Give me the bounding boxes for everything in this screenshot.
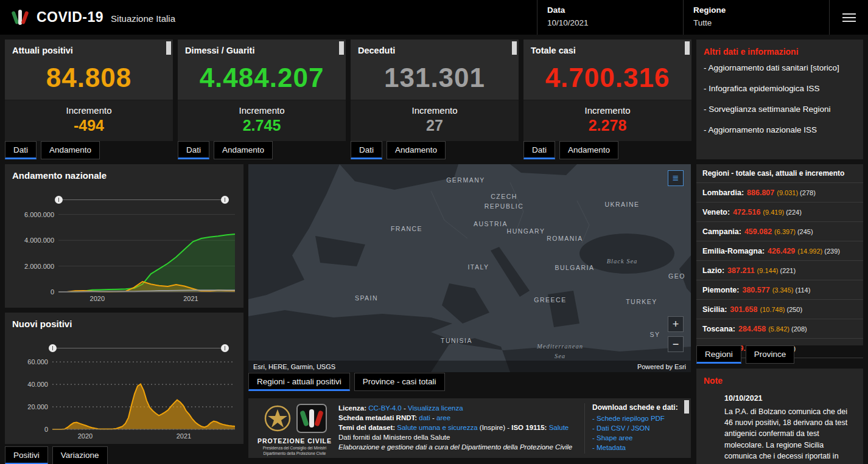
svg-text:0: 0: [44, 426, 48, 433]
region-increment: (224): [786, 209, 802, 216]
region-row[interactable]: Lombardia:886.807(9.031)(278): [696, 183, 863, 203]
region-active-delta: (9.419): [763, 209, 784, 216]
scrollbar-thumb[interactable]: [684, 400, 689, 414]
region-row[interactable]: Veneto:472.516(9.419)(224): [696, 203, 863, 222]
altri-dati-link[interactable]: - Sorveglianza settimanale Regioni: [704, 104, 856, 116]
card-dimessi-guariti: Dimessi / Guariti 4.484.207 Incremento 2…: [178, 40, 346, 141]
scrollbar-thumb[interactable]: [339, 41, 344, 55]
zoom-out-button[interactable]: −: [668, 336, 684, 352]
tab-dati[interactable]: Dati: [178, 141, 209, 159]
download-title: Download schede e dati:: [592, 403, 687, 412]
note-panel: Note 10/10/2021 La P.A. di Bolzano comun…: [696, 369, 863, 464]
metadata-link-dati[interactable]: dati: [419, 414, 430, 421]
separator: -: [404, 404, 406, 412]
map-canvas[interactable]: GERMANYCZECH REPUBLICUKRAINEAUSTRIAHUNGA…: [248, 164, 691, 372]
tab-regioni-attuali-positivi[interactable]: Regioni - attuali positivi: [248, 373, 350, 391]
region-total: 886.807: [747, 189, 774, 197]
license-text: Licenza: CC-BY-4.0 - Visualizza licenza …: [338, 403, 582, 452]
footer-logos: PROTEZIONE CIVILE Presidenza del Consigl…: [254, 403, 335, 455]
tab-variazione[interactable]: Variazione: [52, 446, 108, 464]
scrollbar-thumb[interactable]: [166, 41, 171, 55]
region-increment: (250): [786, 306, 802, 313]
card-value: 4.484.207: [178, 55, 346, 100]
scrollbar-thumb[interactable]: [685, 41, 690, 55]
zoom-in-button[interactable]: +: [668, 316, 684, 332]
region-active-delta: (14.992): [797, 248, 822, 255]
map-legend-button[interactable]: ≣: [668, 170, 684, 186]
map-label: Black Sea: [607, 258, 638, 265]
card-deceduti: Deceduti 131.301 Incremento 27: [351, 40, 519, 141]
menu-button[interactable]: [829, 0, 868, 35]
increment-value: -494: [5, 117, 173, 134]
region-row[interactable]: Sicilia:301.658(10.748)(250): [696, 300, 863, 319]
altri-dati-panel: Altri dati e informazioni - Aggiornament…: [696, 40, 863, 159]
scrollbar-thumb[interactable]: [512, 41, 517, 55]
region-selector[interactable]: Regione Tutte: [683, 0, 829, 35]
map-tabs: Regioni - attuali positivi Province - ca…: [248, 373, 445, 391]
download-link[interactable]: - Dati CSV / JSON: [592, 424, 687, 432]
metadata-label: Scheda metadati RNDT:: [338, 414, 417, 421]
download-link[interactable]: - Schede riepilogo PDF: [592, 415, 687, 422]
download-link[interactable]: - Shape aree: [592, 434, 687, 441]
tab-dati[interactable]: Dati: [351, 141, 382, 159]
download-link[interactable]: - Metadata: [592, 444, 687, 451]
tab-andamento[interactable]: Andamento: [387, 141, 446, 159]
tab-province-casi-totali[interactable]: Province - casi totali: [354, 373, 445, 391]
map-label: UKRAINE: [604, 201, 639, 208]
svg-text:20.000: 20.000: [27, 403, 48, 410]
card-increment-section: Incremento -494: [5, 100, 173, 141]
increment-label: Incremento: [178, 105, 346, 116]
region-row[interactable]: Piemonte:380.577(3.345)(114): [696, 280, 863, 300]
map-label: AUSTRIA: [474, 220, 508, 227]
card-title: Dimessi / Guariti: [178, 40, 346, 55]
footer-logo-title: PROTEZIONE CIVILE: [254, 437, 335, 445]
tab-andamento[interactable]: Andamento: [41, 141, 100, 159]
note-title: Note: [696, 369, 863, 392]
card-tabs: Dati Andamento: [178, 141, 273, 159]
app-subtitle: Situazione Italia: [111, 13, 175, 24]
license-link-ccby[interactable]: CC-BY-4.0: [368, 404, 402, 412]
tab-andamento[interactable]: Andamento: [214, 141, 273, 159]
region-active-delta: (9.031): [777, 189, 798, 196]
tab-dati[interactable]: Dati: [5, 141, 37, 159]
app-header: COVID-19 Situazione Italia Data 10/10/20…: [0, 0, 868, 35]
region-total: 380.577: [742, 286, 769, 294]
iso-link-salute[interactable]: Salute: [549, 424, 569, 431]
increment-label: Incremento: [5, 105, 173, 116]
powered-by-esri: Powered by Esri: [637, 363, 686, 370]
elaborazione-line: Elaborazione e gestione dati a cura del …: [338, 442, 582, 452]
tab-regioni[interactable]: Regioni: [696, 345, 741, 364]
nuovi-positivi-tabs: Positivi Variazione: [5, 446, 108, 464]
region-label: Regione: [693, 5, 819, 15]
map-label: CZECH REPUBLIC: [485, 192, 524, 212]
region-row[interactable]: Campania:459.082(6.397)(245): [696, 222, 863, 241]
map-label: Mediterranean Sea: [537, 342, 583, 361]
region-row[interactable]: Lazio:387.211(9.144)(221): [696, 261, 863, 280]
tab-dati[interactable]: Dati: [523, 141, 555, 159]
footer-logo-sub2: Dipartimento della Protezione Civile: [254, 451, 335, 455]
note-text: La P.A. di Bolzano comunica che dei 46 n…: [724, 406, 855, 464]
tab-province[interactable]: Province: [746, 345, 795, 364]
tab-positivi[interactable]: Positivi: [5, 446, 48, 464]
svg-text:40.000: 40.000: [27, 381, 48, 388]
region-name: Sicilia:: [702, 305, 727, 314]
svg-text:2020: 2020: [78, 432, 93, 440]
altri-dati-links: - Aggiornamento dati sanitari [storico]-…: [696, 63, 863, 136]
altri-dati-link[interactable]: - Infografica epidemiologica ISS: [704, 83, 856, 95]
date-selector[interactable]: Data 10/10/2021: [537, 0, 683, 35]
andamento-chart[interactable]: 02.000.0004.000.0006.000.00020202021: [9, 203, 239, 303]
region-row[interactable]: Toscana:284.458(5.842)(208): [696, 319, 863, 339]
temi-mid: (Inspire) -: [480, 424, 509, 431]
metadata-link-aree[interactable]: aree: [436, 414, 450, 421]
nuovi-positivi-chart[interactable]: 020.00040.00060.00020202021: [9, 351, 239, 440]
license-link-visualizza[interactable]: Visualizza licenza: [408, 404, 463, 412]
region-row[interactable]: Emilia-Romagna:426.429(14.992)(239): [696, 241, 863, 261]
temi-link-salute[interactable]: Salute umana e sicurezza: [397, 424, 477, 431]
region-active-delta: (6.397): [774, 228, 796, 235]
tab-andamento[interactable]: Andamento: [559, 141, 618, 159]
date-value: 10/10/2021: [547, 18, 673, 27]
license-panel: PROTEZIONE CIVILE Presidenza del Consigl…: [248, 398, 691, 458]
map-attribution-bar: Esri, HERE, Garmin, USGS Powered by Esri: [248, 361, 691, 372]
altri-dati-link[interactable]: - Aggiornamento dati sanitari [storico]: [704, 63, 856, 74]
altri-dati-link[interactable]: - Aggiornamento nazionale ISS: [704, 125, 856, 136]
